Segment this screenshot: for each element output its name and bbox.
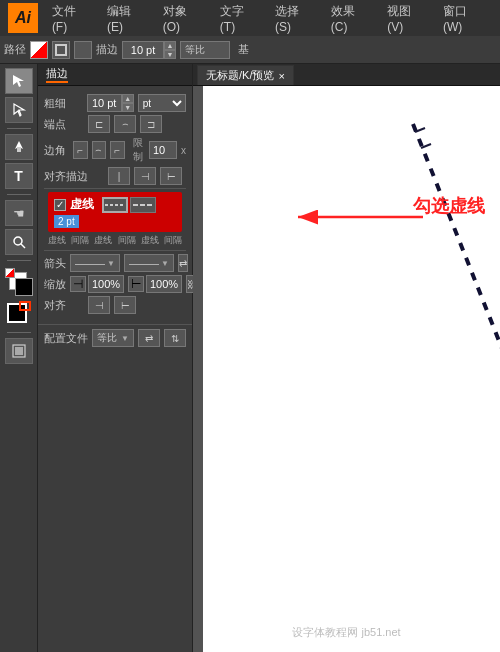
- tool-hand[interactable]: ☚: [5, 200, 33, 226]
- stroke-box[interactable]: [19, 301, 31, 311]
- sub-label-4: 间隔: [116, 234, 137, 247]
- tool-type[interactable]: T: [5, 163, 33, 189]
- sub-label-3: 虚线: [93, 234, 114, 247]
- profile-flip[interactable]: ⇄: [138, 329, 160, 347]
- profile-flip-v[interactable]: ⇅: [164, 329, 186, 347]
- align2-start[interactable]: ⊣: [88, 296, 110, 314]
- profile-label: 配置文件: [44, 331, 88, 346]
- ratio-select[interactable]: 等比: [180, 41, 230, 59]
- arrow-end-select[interactable]: ——— ▼: [124, 254, 174, 272]
- dashed-2pt-badge: 2 pt: [54, 215, 79, 228]
- align-center[interactable]: |: [108, 167, 130, 185]
- tools-panel: T ☚: [0, 64, 38, 652]
- sub-label-1: 虚线: [46, 234, 67, 247]
- scale-end-input[interactable]: [146, 275, 182, 293]
- arrow-row: 箭头 ——— ▼ ——— ▼ ⇄: [44, 254, 186, 272]
- sub-label-6: 间隔: [163, 234, 184, 247]
- dashed-checkbox-row: ✓ 虚线: [54, 196, 176, 213]
- align2-label: 对齐: [44, 298, 84, 313]
- align-inner[interactable]: ⊣: [134, 167, 156, 185]
- tool-select[interactable]: [5, 68, 33, 94]
- align2-row: 对齐 ⊣ ⊢: [44, 296, 186, 314]
- dash-pattern-1[interactable]: [102, 197, 128, 213]
- cap-round[interactable]: ⌢: [114, 115, 136, 133]
- menu-edit[interactable]: 编辑(E): [101, 1, 153, 36]
- menu-object[interactable]: 对象(O): [157, 1, 210, 36]
- arrow-swap[interactable]: ⇄: [178, 254, 188, 272]
- divider1: [44, 188, 186, 189]
- toolbar-icon2[interactable]: [74, 41, 92, 59]
- tool-pen[interactable]: [5, 134, 33, 160]
- dash-pattern-2[interactable]: [130, 197, 156, 213]
- profile-dropdown-icon: ▼: [121, 334, 129, 343]
- tool-sep1: [7, 128, 31, 129]
- scale-start-input[interactable]: [88, 275, 124, 293]
- weight-down[interactable]: ▼: [122, 103, 134, 112]
- tool-zoom[interactable]: [5, 229, 33, 255]
- cap-square[interactable]: ⊐: [140, 115, 162, 133]
- arrow-start-select[interactable]: ——— ▼: [70, 254, 120, 272]
- tool-direct-select[interactable]: [5, 97, 33, 123]
- menu-select[interactable]: 选择(S): [269, 1, 321, 36]
- svg-rect-4: [15, 347, 23, 355]
- annotation-arrow-svg: [288, 202, 428, 232]
- color-swatches[interactable]: [5, 268, 33, 296]
- profile-select[interactable]: 等比 ▼: [92, 329, 134, 347]
- stroke-panel-label: 描边: [96, 42, 118, 57]
- tool-sep2: [7, 194, 31, 195]
- dashed-checkbox[interactable]: ✓: [54, 199, 66, 211]
- tool-screen-mode[interactable]: [5, 338, 33, 364]
- x-label: x: [181, 145, 186, 156]
- stroke-icon[interactable]: [52, 41, 70, 59]
- menu-text[interactable]: 文字(T): [214, 1, 265, 36]
- svg-line-2: [21, 244, 25, 248]
- weight-unit-select[interactable]: ptpxmm: [138, 94, 186, 112]
- corner-bevel[interactable]: ⌐: [110, 141, 125, 159]
- panel-tab-stroke[interactable]: 描边: [46, 66, 68, 83]
- corner-label: 边角: [44, 143, 69, 158]
- stepper-down[interactable]: ▼: [164, 50, 176, 59]
- stroke-color-swatch[interactable]: [30, 41, 48, 59]
- divider3: [38, 324, 192, 325]
- sub-label-5: 虚线: [139, 234, 160, 247]
- stroke-width-input[interactable]: [122, 41, 164, 59]
- dashed-line-svg: [193, 64, 500, 652]
- scale-end-icon[interactable]: ⊢: [128, 276, 144, 292]
- cap-butt[interactable]: ⊏: [88, 115, 110, 133]
- tool-sep3: [7, 260, 31, 261]
- menu-effect[interactable]: 效果(C): [325, 1, 377, 36]
- weight-input[interactable]: [87, 94, 122, 112]
- corner-miter[interactable]: ⌐: [73, 141, 88, 159]
- menu-window[interactable]: 窗口(W): [437, 1, 492, 36]
- base-label: 基: [238, 42, 249, 57]
- dashed-label: 虚线: [70, 196, 94, 213]
- profile-value: 等比: [97, 331, 119, 345]
- weight-label: 粗细: [44, 96, 83, 111]
- divider2: [44, 250, 186, 251]
- stroke-panel: 描边 粗细 ▲ ▼ ptpxmm 端点 ⊏: [38, 64, 193, 652]
- limit-input[interactable]: [149, 141, 177, 159]
- weight-stepper[interactable]: ▲ ▼: [87, 94, 134, 112]
- corner-row: 边角 ⌐ ⌢ ⌐ 限制 x: [44, 136, 186, 164]
- stroke-width-stepper[interactable]: ▲ ▼: [122, 41, 176, 59]
- corner-round[interactable]: ⌢: [92, 141, 107, 159]
- menu-view[interactable]: 视图(V): [381, 1, 433, 36]
- toolbar-row: 路径 描边 ▲ ▼ 等比 基: [0, 36, 500, 64]
- stroke-fill-btns: [5, 301, 33, 327]
- tool-sep4: [7, 332, 31, 333]
- cap-label: 端点: [44, 117, 84, 132]
- sub-label-2: 间隔: [69, 234, 90, 247]
- weight-up[interactable]: ▲: [122, 94, 134, 103]
- sub-labels-row: 虚线 间隔 虚线 间隔 虚线 间隔: [44, 234, 186, 247]
- main-area: T ☚ 描边 粗细: [0, 64, 500, 652]
- menu-file[interactable]: 文件(F): [46, 1, 97, 36]
- dashed-section: ✓ 虚线 2 pt: [48, 192, 182, 232]
- dashed-pattern-options: [102, 197, 156, 213]
- align-outer[interactable]: ⊢: [160, 167, 182, 185]
- scale-label: 缩放: [44, 277, 66, 292]
- svg-rect-0: [17, 147, 21, 152]
- arrow-label: 箭头: [44, 256, 66, 271]
- align2-end[interactable]: ⊢: [114, 296, 136, 314]
- stepper-up[interactable]: ▲: [164, 41, 176, 50]
- scale-start-icon[interactable]: ⊣: [70, 276, 86, 292]
